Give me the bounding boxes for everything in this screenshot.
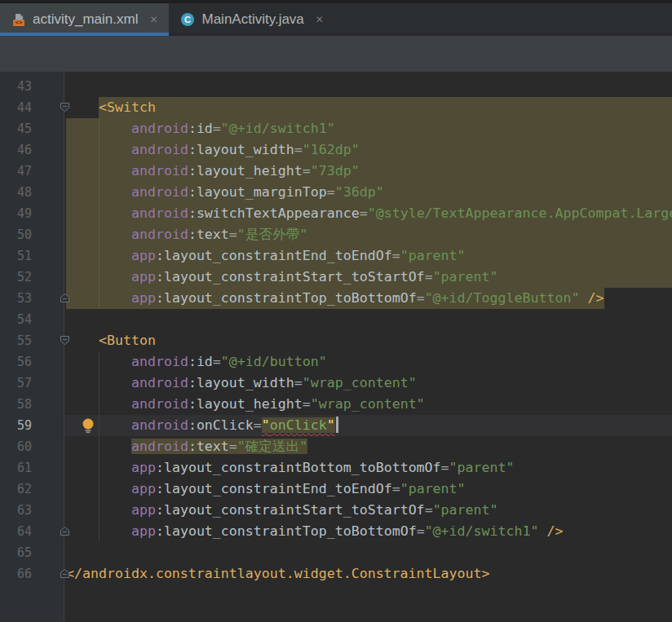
code-token: android xyxy=(131,354,188,369)
code-cell[interactable]: android:text="確定送出" xyxy=(64,436,672,457)
intention-bulb-icon[interactable] xyxy=(81,417,95,434)
gutter-cell[interactable]: 66 xyxy=(0,563,64,585)
code-cell[interactable]: app:layout_constraintBottom_toBottomOf="… xyxy=(64,457,672,479)
gutter-cell[interactable]: 50 xyxy=(0,224,64,245)
code-line[interactable]: 54 xyxy=(0,309,672,330)
code-line[interactable]: 57 android:layout_width="wrap_content" xyxy=(0,373,672,394)
code-cell[interactable]: android:text="是否外帶" xyxy=(64,224,672,245)
gutter-cell[interactable]: 56 xyxy=(0,351,64,373)
code-cell[interactable]: android:onClick="onClick" xyxy=(64,415,672,436)
gutter-cell[interactable]: 54 xyxy=(0,309,64,330)
code-cell[interactable]: <Switch xyxy=(64,97,672,118)
code-token: layout_height xyxy=(197,396,303,412)
code-cell[interactable] xyxy=(64,309,672,330)
gutter-cell[interactable]: 46 xyxy=(0,139,64,161)
code-line[interactable]: 50 android:text="是否外帶" xyxy=(0,224,672,245)
code-line[interactable]: 65 xyxy=(0,542,672,563)
code-cell[interactable] xyxy=(64,76,672,97)
gutter-cell[interactable]: 48 xyxy=(0,182,64,203)
code-cell[interactable]: android:layout_height="73dp" xyxy=(64,161,672,182)
gutter-cell[interactable]: 63 xyxy=(0,500,64,521)
code-cell[interactable]: </androidx.constraintlayout.widget.Const… xyxy=(64,563,672,585)
gutter-cell[interactable]: 59 xyxy=(0,415,64,436)
tab-mainactivity-java[interactable]: C MainActivity.java ✕ xyxy=(169,3,334,36)
gutter-cell[interactable]: 64 xyxy=(0,521,64,542)
line-number: 59 xyxy=(0,415,64,436)
code-token: "wrap_content" xyxy=(311,396,425,412)
code-token: android xyxy=(131,121,188,136)
code-token: : xyxy=(156,248,164,263)
tab-close-icon[interactable]: ✕ xyxy=(149,14,157,25)
gutter-cell[interactable]: 43 xyxy=(0,76,64,97)
gutter-cell[interactable]: 60 xyxy=(0,436,64,457)
code-line[interactable]: 53 app:layout_constraintTop_toBottomOf="… xyxy=(0,288,672,309)
code-line[interactable]: 51 app:layout_constraintEnd_toEndOf="par… xyxy=(0,245,672,267)
gutter-cell[interactable]: 51 xyxy=(0,245,64,267)
code-cell[interactable]: android:layout_width="wrap_content" xyxy=(64,373,672,394)
code-line[interactable]: 64 app:layout_constraintTop_toBottomOf="… xyxy=(0,521,672,542)
code-token: text xyxy=(197,439,229,454)
code-line[interactable]: 55 <Button xyxy=(0,330,672,351)
gutter-cell[interactable]: 65 xyxy=(0,542,64,563)
code-line[interactable]: 46 android:layout_width="162dp" xyxy=(0,139,672,161)
code-cell[interactable]: android:layout_marginTop="36dp" xyxy=(64,182,672,203)
code-token: = xyxy=(360,205,368,221)
line-number: 56 xyxy=(0,351,64,373)
gutter-cell[interactable]: 55 xyxy=(0,330,64,351)
code-token: = xyxy=(229,227,237,242)
code-line[interactable]: 62 app:layout_constraintEnd_toEndOf="par… xyxy=(0,479,672,500)
tab-activity-main-xml[interactable]: <> activity_main.xml ✕ xyxy=(0,3,169,36)
gutter-cell[interactable]: 57 xyxy=(0,373,64,394)
gutter-cell[interactable]: 49 xyxy=(0,203,64,224)
code-cell[interactable] xyxy=(64,542,672,563)
fold-expand-end-icon[interactable] xyxy=(60,526,70,536)
code-cell[interactable]: app:layout_constraintEnd_toEndOf="parent… xyxy=(64,479,672,500)
code-editor[interactable]: 4344 <Switch45 android:id="@+id/switch1"… xyxy=(0,72,672,622)
code-line[interactable]: 60 android:text="確定送出" xyxy=(0,436,672,457)
code-cell[interactable]: app:layout_constraintStart_toStartOf="pa… xyxy=(64,500,672,521)
fold-expand-end-icon[interactable] xyxy=(60,293,70,303)
fold-collapse-icon[interactable] xyxy=(60,335,70,346)
gutter-cell[interactable]: 53 xyxy=(0,288,64,309)
code-line[interactable]: 58 android:layout_height="wrap_content" xyxy=(0,394,672,415)
code-token: layout_constraintEnd_toEndOf xyxy=(164,481,392,496)
code-line[interactable]: 47 android:layout_height="73dp" xyxy=(0,161,672,182)
code-cell[interactable]: android:id="@+id/switch1" xyxy=(64,118,672,139)
code-text: app:layout_constraintBottom_toBottomOf="… xyxy=(66,457,672,479)
code-cell[interactable]: android:id="@+id/button" xyxy=(64,351,672,373)
fold-collapse-icon[interactable] xyxy=(60,102,70,112)
code-line[interactable]: 49 android:switchTextAppearance="@style/… xyxy=(0,203,672,224)
gutter-cell[interactable]: 44 xyxy=(0,97,64,118)
code-line[interactable]: 56 android:id="@+id/button" xyxy=(0,351,672,373)
code-text: android:id="@+id/button" xyxy=(66,351,672,373)
code-line[interactable]: 44 <Switch xyxy=(0,97,672,118)
code-line[interactable]: 63 app:layout_constraintStart_toStartOf=… xyxy=(0,500,672,521)
code-cell[interactable]: android:layout_width="162dp" xyxy=(64,139,672,161)
code-token: = xyxy=(441,460,449,475)
fold-expand-end-icon[interactable] xyxy=(60,568,70,579)
gutter-cell[interactable]: 52 xyxy=(0,267,64,288)
tab-close-icon[interactable]: ✕ xyxy=(316,14,324,25)
code-token: = xyxy=(392,481,400,496)
gutter-cell[interactable]: 58 xyxy=(0,394,64,415)
code-cell[interactable]: app:layout_constraintTop_toBottomOf="@+i… xyxy=(64,288,672,309)
code-line[interactable]: 52 app:layout_constraintStart_toStartOf=… xyxy=(0,267,672,288)
gutter-cell[interactable]: 61 xyxy=(0,457,64,479)
code-line[interactable]: 45 android:id="@+id/switch1" xyxy=(0,118,672,139)
gutter-cell[interactable]: 62 xyxy=(0,479,64,500)
code-cell[interactable]: android:switchTextAppearance="@style/Tex… xyxy=(64,203,672,224)
code-cell[interactable]: android:layout_height="wrap_content" xyxy=(64,394,672,415)
code-line[interactable]: 43 xyxy=(0,76,672,97)
code-line[interactable]: 48 android:layout_marginTop="36dp" xyxy=(0,182,672,203)
gutter-cell[interactable]: 47 xyxy=(0,161,64,182)
code-cell[interactable]: app:layout_constraintStart_toStartOf="pa… xyxy=(64,267,672,288)
gutter-cell[interactable]: 45 xyxy=(0,118,64,139)
code-cell[interactable]: <Button xyxy=(64,330,672,351)
code-line[interactable]: 61 app:layout_constraintBottom_toBottomO… xyxy=(0,457,672,479)
code-cell[interactable]: app:layout_constraintEnd_toEndOf="parent… xyxy=(64,245,672,267)
indent-guide xyxy=(99,118,99,309)
code-cell[interactable]: app:layout_constraintTop_toBottomOf="@+i… xyxy=(64,521,672,542)
code-line[interactable]: 59 android:onClick="onClick" xyxy=(0,415,672,436)
line-number: 66 xyxy=(0,563,64,585)
code-line[interactable]: 66</androidx.constraintlayout.widget.Con… xyxy=(0,563,672,585)
